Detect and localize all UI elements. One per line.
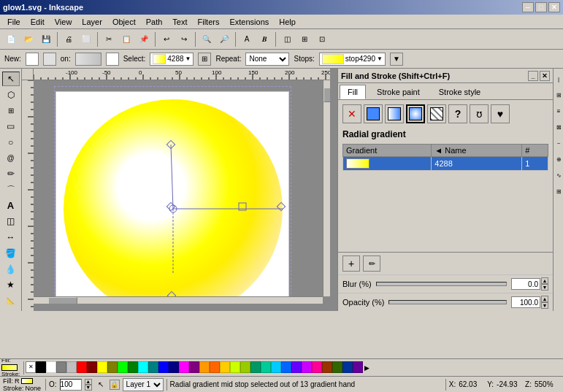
menu-object[interactable]: Object (108, 16, 140, 28)
minimize-button[interactable]: ─ (522, 2, 534, 12)
color-swatch-22[interactable] (261, 361, 271, 373)
color-swatch-21[interactable] (250, 361, 261, 373)
menu-extensions[interactable]: Extensions (225, 16, 273, 28)
node-tool-btn[interactable]: ⬡ (2, 88, 20, 102)
unset-btn[interactable]: ʊ (470, 104, 489, 123)
transparent-swatch[interactable]: ✕ (26, 361, 36, 373)
cut-btn[interactable]: ✂ (101, 31, 117, 47)
color-swatch-9[interactable] (128, 361, 138, 373)
opacity-slider[interactable] (388, 300, 507, 304)
pencil-tool-btn[interactable]: ✏ (2, 166, 20, 181)
blur-value[interactable]: 0.0 (511, 278, 540, 290)
redo-btn[interactable]: ↪ (176, 31, 192, 47)
color-swatch-26[interactable] (302, 361, 312, 373)
on-swatch2[interactable] (106, 53, 119, 66)
menu-help[interactable]: Help (275, 16, 300, 28)
canvas-area[interactable] (34, 80, 330, 304)
btn-a[interactable]: A (239, 31, 255, 47)
close-button[interactable]: ✕ (548, 2, 560, 12)
unknown-fill-btn[interactable]: ? (448, 104, 467, 123)
color-swatch-28[interactable] (322, 361, 332, 373)
btn-c[interactable]: ◫ (279, 31, 295, 47)
opacity-down-btn[interactable]: ▼ (85, 385, 92, 391)
color-swatch-1[interactable] (46, 361, 56, 373)
spiral-tool-btn[interactable]: @ (2, 151, 20, 166)
circle-tool-btn[interactable]: ○ (2, 135, 20, 150)
radial-gradient-btn[interactable] (406, 104, 425, 123)
paste-btn[interactable]: 📌 (136, 31, 152, 47)
star-tool-btn[interactable]: ★ (2, 278, 20, 293)
measure-tool-btn[interactable]: 📐 (2, 293, 20, 308)
color-swatch-8[interactable] (118, 361, 128, 373)
h-scroll-thumb[interactable] (48, 297, 77, 304)
no-fill-btn[interactable]: ✕ (342, 104, 361, 123)
color-swatch-11[interactable] (148, 361, 158, 373)
color-swatch-19[interactable] (230, 361, 240, 373)
select-tool-btn[interactable]: ↖ (2, 72, 20, 86)
zoom-out-btn[interactable]: 🔎 (216, 31, 232, 47)
menu-filters[interactable]: Filters (194, 16, 224, 28)
rt-btn-1[interactable]: | (554, 72, 563, 86)
color-swatch-25[interactable] (291, 361, 302, 373)
linear-gradient-btn[interactable] (385, 104, 404, 123)
btn5[interactable]: ⬜ (78, 31, 94, 47)
rt-btn-7[interactable]: ∿ (554, 168, 563, 182)
text-tool-btn[interactable]: A (2, 199, 20, 213)
select-dropdown-icon[interactable]: ▼ (185, 55, 191, 62)
btn-e[interactable]: ⊡ (314, 31, 330, 47)
maximize-button[interactable]: □ (535, 2, 547, 12)
pattern-btn[interactable] (427, 104, 446, 123)
color-swatch-27[interactable] (312, 361, 322, 373)
tab-stroke-style[interactable]: Stroke style (431, 85, 489, 99)
color-swatch-7[interactable] (107, 361, 118, 373)
gradient-row[interactable]: 4288 1 (343, 157, 548, 171)
connector-tool-btn[interactable]: ↔ (2, 230, 20, 245)
menu-edit[interactable]: Edit (26, 16, 49, 28)
save-btn[interactable]: 💾 (38, 31, 54, 47)
zoom-tool-btn[interactable]: ⊞ (2, 103, 20, 118)
color-swatch-6[interactable] (97, 361, 107, 373)
zoom-in-btn[interactable]: 🔍 (199, 31, 215, 47)
bezier-tool-btn[interactable]: ⌒ (2, 182, 20, 197)
menu-path[interactable]: Path (142, 16, 167, 28)
add-gradient-btn[interactable]: + (342, 255, 360, 272)
menu-file[interactable]: File (3, 16, 25, 28)
paint-tool-btn[interactable]: 🪣 (2, 246, 20, 261)
btn-d[interactable]: ⊞ (296, 31, 313, 47)
rt-btn-6[interactable]: ⊕ (554, 152, 563, 166)
tab-fill[interactable]: Fill (340, 85, 366, 99)
color-swatch-4[interactable] (77, 361, 87, 373)
stop-icon-btn[interactable]: ▼ (390, 53, 403, 66)
opacity-value[interactable]: 100.0 (511, 296, 540, 308)
edit-gradient-btn[interactable]: ✏ (363, 255, 380, 272)
repeat-select[interactable]: None (245, 53, 289, 66)
print-btn[interactable]: 🖨 (61, 31, 77, 47)
menu-view[interactable]: View (50, 16, 77, 28)
rt-btn-4[interactable]: ⊠ (554, 120, 563, 134)
color-swatch-30[interactable] (342, 361, 353, 373)
color-swatch-24[interactable] (281, 361, 291, 373)
gradient-tool-btn[interactable]: ◫ (2, 215, 20, 229)
flat-color-btn[interactable] (364, 104, 383, 123)
color-swatch-23[interactable] (271, 361, 281, 373)
color-swatch-12[interactable] (158, 361, 169, 373)
color-swatch-2[interactable] (56, 361, 66, 373)
color-swatch-18[interactable] (220, 361, 230, 373)
menu-text[interactable]: Text (168, 16, 191, 28)
open-btn[interactable]: 📂 (20, 31, 37, 47)
new-btn[interactable]: 📄 (3, 31, 19, 47)
color-swatch-20[interactable] (240, 361, 250, 373)
btn-b[interactable]: 𝑩 (256, 31, 272, 47)
color-swatch-0[interactable] (36, 361, 46, 373)
rt-btn-2[interactable]: ⊞ (554, 88, 563, 102)
color-swatch-31[interactable] (353, 361, 363, 373)
new-swatch[interactable] (26, 53, 39, 66)
v-scrollbar[interactable] (323, 80, 330, 296)
rt-btn-3[interactable]: ≡ (554, 104, 563, 118)
select-icon-btn[interactable]: ⊞ (198, 53, 211, 66)
color-swatch-5[interactable] (87, 361, 97, 373)
layer-select[interactable]: Layer 1 (123, 378, 164, 391)
color-swatch-15[interactable] (189, 361, 199, 373)
opacity-down[interactable]: ▼ (541, 302, 548, 309)
undo-btn[interactable]: ↩ (158, 31, 175, 47)
